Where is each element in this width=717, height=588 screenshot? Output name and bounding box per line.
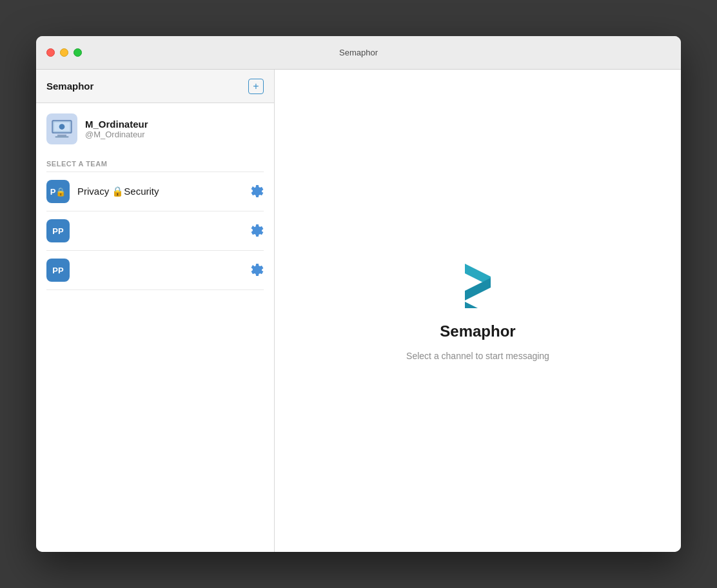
plus-icon: + xyxy=(253,81,259,92)
gear-icon xyxy=(251,185,264,198)
gear-icon-3 xyxy=(251,264,264,277)
close-button[interactable] xyxy=(46,48,55,57)
svg-marker-7 xyxy=(465,278,491,300)
sidebar: Semaphor + xyxy=(36,70,275,552)
logo-subtitle: Select a channel to start messaging xyxy=(406,351,549,361)
svg-marker-8 xyxy=(465,302,478,308)
user-handle: @M_Ordinateur xyxy=(85,130,148,139)
titlebar: Semaphor xyxy=(36,36,681,70)
team-icon-pp1: PP xyxy=(46,219,70,242)
user-name: M_Ordinateur xyxy=(85,119,148,130)
gear-icon-2 xyxy=(251,224,264,237)
svg-rect-2 xyxy=(57,135,66,137)
svg-rect-3 xyxy=(55,136,69,137)
logo-title: Semaphor xyxy=(440,322,515,340)
svg-point-5 xyxy=(59,124,65,130)
team-item[interactable]: P🔒 Privacy 🔒Security xyxy=(36,172,274,211)
team-name-privacy: Privacy 🔒Security xyxy=(77,186,243,197)
sidebar-title: Semaphor xyxy=(46,81,93,92)
minimize-button[interactable] xyxy=(60,48,68,57)
user-profile[interactable]: M_Ordinateur @M_Ordinateur xyxy=(36,103,274,155)
team-initials-3: PP xyxy=(52,266,63,275)
team-item-2[interactable]: PP xyxy=(36,211,274,250)
user-info: M_Ordinateur @M_Ordinateur xyxy=(85,119,148,139)
section-label: SELECT A TEAM xyxy=(36,155,274,172)
team-initials: P🔒 xyxy=(50,187,66,197)
team-settings-button-1[interactable] xyxy=(251,185,264,198)
avatar xyxy=(46,113,77,144)
window-controls xyxy=(46,48,82,57)
window-title: Semaphor xyxy=(339,48,378,57)
team-settings-button-2[interactable] xyxy=(251,224,264,237)
add-team-button[interactable]: + xyxy=(248,79,264,94)
team-settings-button-3[interactable] xyxy=(251,264,264,277)
main-layout: Semaphor + xyxy=(36,70,681,552)
avatar-image xyxy=(48,115,75,142)
app-window: Semaphor Semaphor + xyxy=(36,36,681,552)
semaphor-logo-icon xyxy=(455,260,500,312)
sidebar-header: Semaphor + xyxy=(36,70,274,103)
divider-3 xyxy=(46,289,264,290)
main-content: Semaphor Select a channel to start messa… xyxy=(275,70,681,552)
team-icon-pp2: PP xyxy=(46,259,70,282)
team-item-3[interactable]: PP xyxy=(36,251,274,289)
team-initials-2: PP xyxy=(52,226,63,236)
maximize-button[interactable] xyxy=(74,48,82,57)
team-icon-privacy: P🔒 xyxy=(46,180,70,203)
logo-container: Semaphor Select a channel to start messa… xyxy=(406,260,549,361)
